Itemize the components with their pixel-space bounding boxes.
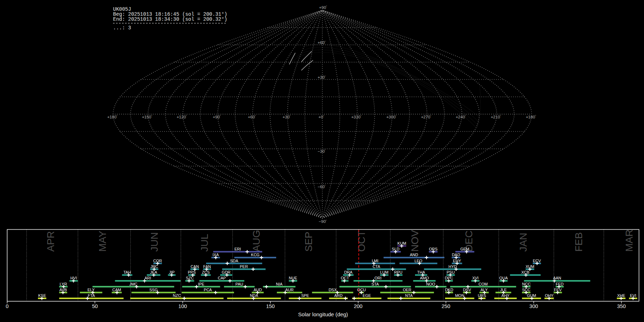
svg-text:PCA: PCA (204, 288, 212, 292)
svg-text:GEM: GEM (460, 247, 469, 251)
svg-text:−60°: −60° (318, 185, 326, 189)
svg-text:+330°: +330° (351, 115, 362, 119)
svg-text:PAU: PAU (235, 282, 243, 286)
svg-text:LEO: LEO (414, 259, 422, 263)
svg-text:NOO: NOO (426, 282, 435, 286)
svg-text:TAH: TAH (123, 270, 131, 274)
svg-text:FEB: FEB (573, 232, 584, 252)
svg-text:+270°: +270° (421, 115, 431, 119)
svg-text:JAN: JAN (518, 233, 529, 252)
svg-text:FTA: FTA (88, 293, 95, 298)
svg-text:FED: FED (556, 282, 564, 286)
svg-text:NDA: NDA (250, 293, 258, 298)
svg-text:APR: APR (45, 231, 56, 252)
svg-text:+300°: +300° (386, 115, 397, 119)
svg-text:300: 300 (530, 303, 538, 309)
svg-text:+60°: +60° (318, 40, 326, 45)
svg-text:JUN: JUN (149, 232, 160, 252)
svg-text:SEP: SEP (303, 231, 314, 252)
svg-text:+150°: +150° (142, 115, 152, 119)
svg-text:LMI: LMI (372, 259, 378, 263)
svg-text:ERI: ERI (234, 247, 241, 251)
svg-text:OCT: OCT (341, 276, 349, 280)
svg-text:FAN: FAN (203, 264, 211, 269)
svg-text:AND: AND (410, 253, 418, 257)
svg-text:DRA: DRA (344, 270, 353, 274)
svg-text:Solar longitude (deg): Solar longitude (deg) (298, 311, 348, 317)
svg-text:NTA: NTA (405, 293, 413, 298)
svg-text:OER: OER (403, 288, 411, 292)
svg-text:THA: THA (417, 270, 425, 274)
svg-text:+90°: +90° (319, 5, 327, 10)
svg-text:COM: COM (479, 282, 488, 286)
svg-text:+120°: +120° (177, 115, 187, 119)
svg-text:250: 250 (441, 303, 450, 309)
svg-text:+30°: +30° (318, 75, 326, 79)
svg-text:AHY: AHY (502, 293, 510, 298)
svg-text:NOV: NOV (409, 230, 420, 252)
svg-text:GDR: GDR (222, 270, 231, 274)
svg-text:XCB: XCB (521, 270, 530, 274)
svg-text:+90°: +90° (213, 115, 221, 119)
svg-text:MAY: MAY (97, 231, 108, 252)
svg-text:200: 200 (354, 303, 362, 309)
svg-text:DSV: DSV (463, 288, 471, 292)
svg-text:+180°: +180° (107, 115, 118, 119)
svg-text:AMO: AMO (420, 276, 429, 280)
svg-text:50: 50 (92, 303, 98, 309)
svg-text:JUL: JUL (199, 234, 210, 252)
svg-text:AUR: AUR (286, 288, 294, 292)
svg-text:350: 350 (617, 303, 626, 309)
svg-text:SSG: SSG (149, 288, 157, 292)
svg-text:OCT: OCT (356, 230, 367, 252)
svg-text:ARI: ARI (145, 276, 151, 280)
svg-text:HYD: HYD (448, 264, 457, 269)
svg-text:AUG: AUG (251, 230, 262, 252)
svg-text:+60°: +60° (248, 115, 256, 119)
svg-text:0: 0 (6, 303, 9, 309)
svg-text:End: 20251013 18:34:30 (sol =: End: 20251013 18:34:30 (sol = 200.32°) (113, 16, 227, 22)
svg-text:ELY: ELY (88, 288, 95, 292)
svg-text:DSX: DSX (328, 288, 337, 292)
svg-text:MAR: MAR (624, 229, 635, 252)
svg-text:EGE: EGE (363, 293, 371, 298)
svg-text:ARD: ARD (334, 293, 342, 298)
svg-text:IPE: IPE (198, 282, 204, 286)
svg-text:URS: URS (478, 293, 486, 298)
svg-text:...: 3: ...: 3 (113, 25, 131, 31)
svg-text:−90°: −90° (319, 219, 327, 224)
svg-text:−30°: −30° (318, 149, 326, 153)
svg-text:CAP: CAP (218, 276, 226, 280)
svg-text:PER: PER (240, 264, 248, 269)
svg-text:+210°: +210° (491, 115, 501, 119)
svg-text:100: 100 (178, 303, 187, 309)
svg-text:+30°: +30° (283, 115, 291, 119)
svg-text:+240°: +240° (456, 115, 466, 119)
svg-text:NIA: NIA (276, 282, 283, 286)
svg-text:ORI: ORI (375, 276, 382, 280)
svg-text:KCG: KCG (251, 253, 260, 257)
svg-text:+180°: +180° (526, 115, 536, 119)
svg-text:MON: MON (455, 293, 464, 298)
svg-text:SPE: SPE (301, 293, 309, 298)
svg-text:STA: STA (371, 282, 379, 286)
svg-text:150: 150 (266, 303, 275, 309)
svg-text:SDA: SDA (230, 259, 238, 263)
svg-text:NZC: NZC (173, 293, 181, 298)
